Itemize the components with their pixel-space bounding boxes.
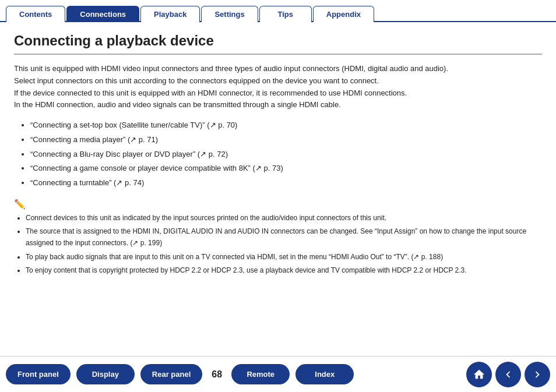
intro-line-1: This unit is equipped with HDMI video in… xyxy=(14,64,448,73)
list-item[interactable]: “Connecting a game console or player dev… xyxy=(30,161,542,176)
page-title: Connecting a playback device xyxy=(14,33,542,55)
index-button[interactable]: Index xyxy=(295,364,354,384)
intro-line-3: If the device connected to this unit is … xyxy=(14,89,407,97)
intro-line-4: In the HDMI connection, audio and video … xyxy=(14,100,341,109)
top-navigation: Contents Connections Playback Settings T… xyxy=(0,5,556,22)
note-section: ✏️ Connect devices to this unit as indic… xyxy=(14,199,542,277)
note-item: The source that is assigned to the HDMI … xyxy=(26,225,542,249)
back-button[interactable] xyxy=(495,362,521,387)
note-item: To play back audio signals that are inpu… xyxy=(26,251,542,263)
main-content: Connecting a playback device This unit i… xyxy=(0,22,556,288)
list-item[interactable]: “Connecting a media player” (↗ p. 71) xyxy=(30,133,542,147)
page-number: 68 xyxy=(208,369,226,380)
intro-line-2: Select input connectors on this unit acc… xyxy=(14,76,379,85)
bottom-navigation: Front panel Display Rear panel 68 Remote… xyxy=(0,356,556,392)
list-item[interactable]: “Connecting a Blu-ray Disc player or DVD… xyxy=(30,147,542,162)
note-item: Connect devices to this unit as indicate… xyxy=(26,212,542,224)
display-button[interactable]: Display xyxy=(76,364,135,384)
remote-button[interactable]: Remote xyxy=(231,364,290,384)
topic-list: “Connecting a set-top box (Satellite tun… xyxy=(30,118,542,190)
tab-playback[interactable]: Playback xyxy=(140,6,200,22)
front-panel-button[interactable]: Front panel xyxy=(6,364,71,384)
tab-tips[interactable]: Tips xyxy=(259,6,312,22)
note-item: To enjoy content that is copyright prote… xyxy=(26,264,542,276)
home-button[interactable] xyxy=(466,362,492,387)
tab-appendix[interactable]: Appendix xyxy=(313,6,374,22)
note-list: Connect devices to this unit as indicate… xyxy=(26,212,542,277)
list-item[interactable]: “Connecting a turntable” (↗ p. 74) xyxy=(30,176,542,190)
intro-paragraph: This unit is equipped with HDMI video in… xyxy=(14,63,542,111)
rear-panel-button[interactable]: Rear panel xyxy=(140,364,202,384)
forward-button[interactable] xyxy=(525,362,550,387)
note-icon: ✏️ xyxy=(14,199,542,210)
list-item[interactable]: “Connecting a set-top box (Satellite tun… xyxy=(30,118,542,133)
tab-connections[interactable]: Connections xyxy=(66,6,139,22)
tab-settings[interactable]: Settings xyxy=(201,6,258,22)
tab-contents[interactable]: Contents xyxy=(6,6,65,22)
